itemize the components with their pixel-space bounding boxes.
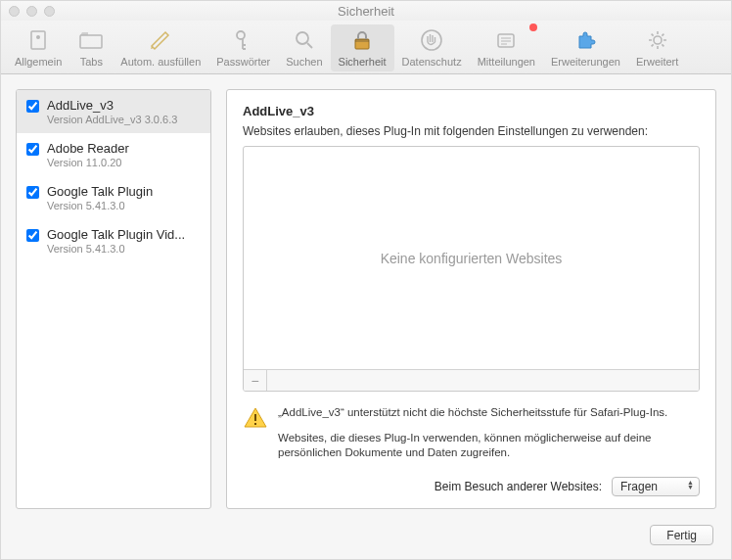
svg-point-4: [297, 32, 308, 44]
plugin-checkbox[interactable]: [26, 229, 39, 242]
toolbar-general[interactable]: Allgemein: [7, 24, 69, 71]
plugin-row-google-talk[interactable]: Google Talk Plugin Version 5.41.3.0: [17, 176, 210, 219]
content-area: AddLive_v3 Version AddLive_v3 3.0.6.3 Ad…: [1, 74, 731, 519]
warning-row: „AddLive_v3“ unterstützt nicht die höchs…: [243, 405, 700, 471]
traffic-lights: [9, 6, 55, 17]
toolbar-label: Erweiterungen: [551, 56, 620, 68]
tabs-icon: [77, 26, 105, 54]
warning-text: „AddLive_v3“ unterstützt nicht die höchs…: [278, 405, 700, 471]
puzzle-icon: [572, 26, 599, 54]
toolbar-security[interactable]: Sicherheit: [331, 24, 394, 71]
remove-website-button[interactable]: −: [244, 370, 267, 391]
toolbar-label: Suchen: [286, 56, 322, 68]
toolbar-extensions[interactable]: Erweiterungen: [543, 24, 628, 71]
minus-icon: −: [251, 373, 258, 389]
warning-line-2: Websites, die dieses Plug-In verwenden, …: [278, 431, 700, 461]
plugin-row-adobe-reader[interactable]: Adobe Reader Version 11.0.20: [17, 133, 210, 176]
zoom-window-icon[interactable]: [44, 6, 55, 17]
plugin-sidebar: AddLive_v3 Version AddLive_v3 3.0.6.3 Ad…: [16, 89, 211, 509]
window-title: Sicherheit: [1, 4, 731, 19]
plugin-version: Version 5.41.3.0: [47, 243, 201, 255]
lock-icon: [348, 26, 376, 54]
titlebar: Sicherheit: [1, 1, 731, 21]
toolbar-label: Erweitert: [636, 56, 678, 68]
other-websites-select[interactable]: Fragen ▲▼: [612, 477, 700, 496]
plugin-name: Google Talk Plugin Vid...: [47, 227, 201, 242]
toolbar-autofill[interactable]: Autom. ausfüllen: [113, 24, 208, 71]
plugin-version: Version 5.41.3.0: [47, 200, 201, 211]
plugin-version: Version 11.0.20: [47, 157, 201, 168]
toolbar-label: Sicherheit: [339, 56, 387, 68]
dialog-footer: Fertig: [1, 519, 731, 559]
toolbar-label: Tabs: [80, 56, 103, 68]
plugin-name: Adobe Reader: [47, 141, 201, 156]
detail-subtitle: Websites erlauben, dieses Plug-In mit fo…: [243, 124, 700, 138]
toolbar-label: Autom. ausfüllen: [120, 56, 201, 68]
toolbar-label: Allgemein: [15, 56, 62, 68]
notification-badge-icon: [529, 23, 537, 31]
toolbar-search[interactable]: Suchen: [278, 24, 330, 71]
svg-rect-11: [254, 423, 256, 425]
svg-point-3: [237, 31, 245, 39]
plugin-row-addlive[interactable]: AddLive_v3 Version AddLive_v3 3.0.6.3: [17, 90, 210, 133]
svg-point-1: [36, 35, 40, 39]
list-footer: −: [244, 369, 699, 391]
plugin-checkbox[interactable]: [26, 100, 39, 113]
minimize-window-icon[interactable]: [26, 6, 37, 17]
plugin-checkbox[interactable]: [26, 143, 39, 156]
search-icon: [291, 26, 318, 54]
plugin-name: AddLive_v3: [47, 98, 201, 113]
svg-point-9: [654, 36, 662, 44]
detail-title: AddLive_v3: [243, 104, 700, 118]
done-button[interactable]: Fertig: [650, 525, 713, 545]
svg-point-7: [422, 30, 441, 50]
gear-icon: [644, 26, 671, 54]
plugin-detail-pane: AddLive_v3 Websites erlauben, dieses Plu…: [226, 89, 716, 509]
warning-icon: [243, 405, 268, 431]
hand-icon: [418, 26, 445, 54]
toolbar-privacy[interactable]: Datenschutz: [394, 24, 470, 71]
toolbar: Allgemein Tabs Autom. ausfüllen Passwört…: [1, 21, 731, 74]
plugin-checkbox[interactable]: [26, 186, 39, 199]
svg-rect-0: [31, 31, 45, 49]
toolbar-label: Datenschutz: [402, 56, 462, 68]
other-websites-label: Beim Besuch anderer Websites:: [435, 480, 602, 493]
toolbar-tabs[interactable]: Tabs: [69, 24, 113, 71]
empty-placeholder: Keine konfigurierten Websites: [244, 147, 699, 369]
autofill-icon: [147, 26, 174, 54]
svg-rect-2: [80, 35, 102, 48]
general-icon: [24, 26, 52, 54]
warning-line-1: „AddLive_v3“ unterstützt nicht die höchs…: [278, 405, 700, 421]
toolbar-label: Passwörter: [216, 56, 270, 68]
notification-icon: [492, 26, 520, 54]
toolbar-label: Mitteilungen: [478, 56, 535, 68]
done-button-label: Fertig: [666, 529, 697, 542]
toolbar-passwords[interactable]: Passwörter: [208, 24, 278, 71]
key-icon: [230, 26, 257, 54]
chevron-updown-icon: ▲▼: [687, 480, 694, 490]
select-value: Fragen: [620, 480, 658, 493]
plugin-row-google-talk-video[interactable]: Google Talk Plugin Vid... Version 5.41.3…: [17, 219, 210, 262]
close-window-icon[interactable]: [9, 6, 20, 17]
websites-listbox: Keine konfigurierten Websites −: [243, 146, 700, 392]
plugin-version: Version AddLive_v3 3.0.6.3: [47, 114, 201, 125]
svg-rect-10: [254, 414, 256, 421]
preferences-window: Sicherheit Allgemein Tabs Autom. ausfüll…: [0, 0, 732, 560]
toolbar-notifications[interactable]: Mitteilungen: [470, 24, 543, 71]
plugin-name: Google Talk Plugin: [47, 184, 201, 199]
other-websites-row: Beim Besuch anderer Websites: Fragen ▲▼: [243, 477, 700, 496]
svg-rect-6: [355, 39, 369, 42]
toolbar-advanced[interactable]: Erweitert: [628, 24, 686, 71]
